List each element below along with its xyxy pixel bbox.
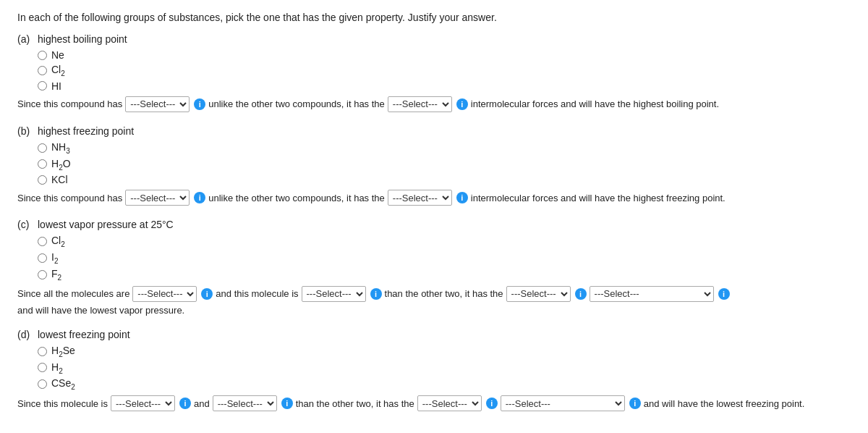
section-title-2: lowest vapor pressure at 25°C	[38, 219, 174, 230]
info-icon-2-10[interactable]: i	[718, 288, 730, 300]
radio-label-0-0: Ne	[51, 49, 64, 61]
section-letter-0: (a)	[17, 33, 38, 45]
instructions: In each of the following groups of subst…	[17, 12, 851, 23]
section-a: (a)highest boiling pointNeCl2HISince thi…	[17, 33, 851, 112]
radio-label-0-2: HI	[51, 80, 61, 92]
since-text-2-3: and this molecule is	[216, 288, 298, 299]
radio-1-0[interactable]	[38, 143, 47, 153]
select-d_sel3[interactable]: ---Select---weakeststrongestmorefewer	[417, 395, 482, 411]
section-header-0: (a)highest boiling point	[17, 33, 851, 45]
info-icon-2-8[interactable]: i	[575, 288, 587, 300]
section-b: (b)highest freezing pointNH3H2OKClSince …	[17, 125, 851, 206]
select-c_sel1[interactable]: ---Select---nonpolarpolarioniccovalent	[132, 286, 197, 302]
select-b_sel1[interactable]: ---Select---the mostthe leastmorefewerla…	[125, 190, 190, 206]
section-header-1: (b)highest freezing point	[17, 125, 851, 137]
select-b_sel2[interactable]: ---Select---strongerweakermorefewer	[388, 190, 452, 206]
select-wrapper-3-7: ---Select---weakeststrongestmorefewer	[417, 395, 482, 411]
since-row-2: Since all the molecules are---Select---n…	[17, 286, 851, 316]
since-text-0-0: Since this compound has	[17, 98, 122, 109]
select-wrapper-0-4: ---Select---strongerweakermorefewer	[388, 96, 452, 112]
section-letter-2: (c)	[17, 219, 38, 230]
info-icon-1-2[interactable]: i	[194, 192, 205, 203]
select-d_sel4[interactable]: ---Select---London dispersion forcesdipo…	[501, 395, 625, 411]
radio-label-2-1: I2	[51, 251, 58, 265]
since-text-0-3: unlike the other two compounds, it has t…	[208, 98, 385, 109]
section-letter-1: (b)	[17, 125, 38, 137]
since-text-2-0: Since all the molecules are	[17, 288, 129, 299]
since-row-0: Since this compound has---Select---the m…	[17, 96, 851, 112]
since-text-2-6: than the other two, it has the	[385, 288, 503, 299]
select-a_sel1[interactable]: ---Select---the mostthe leastmorefewerla…	[125, 96, 190, 112]
radio-2-0[interactable]	[38, 237, 47, 246]
section-title-0: highest boiling point	[38, 33, 127, 45]
select-a_sel2[interactable]: ---Select---strongerweakermorefewer	[388, 96, 452, 112]
radio-label-0-1: Cl2	[51, 64, 65, 77]
info-icon-3-8[interactable]: i	[486, 398, 498, 409]
select-wrapper-3-1: ---Select---nonpolarpolarioniccovalent	[111, 395, 175, 411]
radio-item-3-0: H2Se	[38, 345, 851, 358]
radio-3-0[interactable]	[38, 347, 47, 356]
since-text-1-6: intermolecular forces and will have the …	[471, 193, 726, 203]
select-wrapper-3-4: ---Select---largersmallerheavierlighter	[213, 395, 277, 411]
radio-item-2-2: F2	[38, 268, 851, 282]
since-text-1-0: Since this compound has	[17, 193, 122, 203]
since-text-2-11: and will have the lowest vapor pressure.	[17, 305, 184, 316]
radio-item-1-1: H2O	[38, 158, 851, 172]
select-d_sel1[interactable]: ---Select---nonpolarpolarioniccovalent	[111, 395, 175, 411]
radio-0-1[interactable]	[38, 66, 47, 75]
radio-2-1[interactable]	[38, 253, 47, 263]
radio-item-3-2: CSe2	[38, 377, 851, 391]
select-c_sel4[interactable]: ---Select---London dispersion forcesdipo…	[590, 286, 714, 302]
since-text-3-3: and	[194, 398, 210, 409]
info-icon-1-5[interactable]: i	[456, 192, 468, 203]
radio-label-1-2: KCl	[51, 174, 68, 185]
radio-label-2-0: Cl2	[51, 235, 65, 248]
radio-item-0-1: Cl2	[38, 64, 851, 77]
radio-item-1-0: NH3	[38, 141, 851, 155]
select-wrapper-2-9: ---Select---London dispersion forcesdipo…	[590, 286, 714, 302]
select-wrapper-1-1: ---Select---the mostthe leastmorefewerla…	[125, 190, 190, 206]
radio-3-2[interactable]	[38, 379, 47, 389]
section-header-2: (c)lowest vapor pressure at 25°C	[17, 219, 851, 230]
since-text-3-11: and will have the lowest freezing point.	[644, 398, 805, 409]
section-title-3: lowest freezing point	[38, 329, 130, 340]
section-header-3: (d)lowest freezing point	[17, 329, 851, 340]
radio-3-1[interactable]	[38, 363, 47, 372]
section-title-1: highest freezing point	[38, 125, 134, 137]
select-wrapper-2-4: ---Select---largersmallerheavierlighter	[302, 286, 366, 302]
info-icon-0-5[interactable]: i	[456, 98, 468, 110]
select-d_sel2[interactable]: ---Select---largersmallerheavierlighter	[213, 395, 277, 411]
info-icon-3-5[interactable]: i	[281, 398, 293, 409]
radio-0-2[interactable]	[38, 81, 47, 91]
radio-item-1-2: KCl	[38, 174, 851, 185]
radio-item-0-0: Ne	[38, 49, 851, 61]
select-c_sel2[interactable]: ---Select---largersmallerheavierlighter	[302, 286, 366, 302]
since-text-1-3: unlike the other two compounds, it has t…	[208, 193, 385, 203]
radio-group-2: Cl2I2F2	[38, 235, 851, 281]
radio-label-1-1: H2O	[51, 158, 71, 172]
info-icon-2-2[interactable]: i	[201, 288, 213, 300]
info-icon-2-5[interactable]: i	[370, 288, 382, 300]
info-icon-0-2[interactable]: i	[194, 98, 205, 110]
info-icon-3-10[interactable]: i	[629, 398, 641, 409]
section-letter-3: (d)	[17, 329, 38, 340]
select-wrapper-3-9: ---Select---London dispersion forcesdipo…	[501, 395, 625, 411]
info-icon-3-2[interactable]: i	[179, 398, 191, 409]
since-row-3: Since this molecule is---Select---nonpol…	[17, 395, 851, 411]
select-wrapper-2-7: ---Select---strongestweakestmorefewer	[506, 286, 571, 302]
radio-2-2[interactable]	[38, 270, 47, 279]
radio-label-2-2: F2	[51, 268, 61, 282]
select-wrapper-0-1: ---Select---the mostthe leastmorefewerla…	[125, 96, 190, 112]
select-c_sel3[interactable]: ---Select---strongestweakestmorefewer	[506, 286, 571, 302]
radio-item-0-2: HI	[38, 80, 851, 92]
since-text-3-6: than the other two, it has the	[296, 398, 414, 409]
radio-group-3: H2SeH2CSe2	[38, 345, 851, 391]
select-wrapper-1-4: ---Select---strongerweakermorefewer	[388, 190, 452, 206]
section-d: (d)lowest freezing pointH2SeH2CSe2Since …	[17, 329, 851, 411]
radio-0-0[interactable]	[38, 51, 47, 60]
radio-1-1[interactable]	[38, 159, 47, 169]
radio-group-0: NeCl2HI	[38, 49, 851, 92]
radio-1-2[interactable]	[38, 175, 47, 185]
since-text-3-0: Since this molecule is	[17, 398, 108, 409]
radio-label-3-2: CSe2	[51, 377, 75, 391]
